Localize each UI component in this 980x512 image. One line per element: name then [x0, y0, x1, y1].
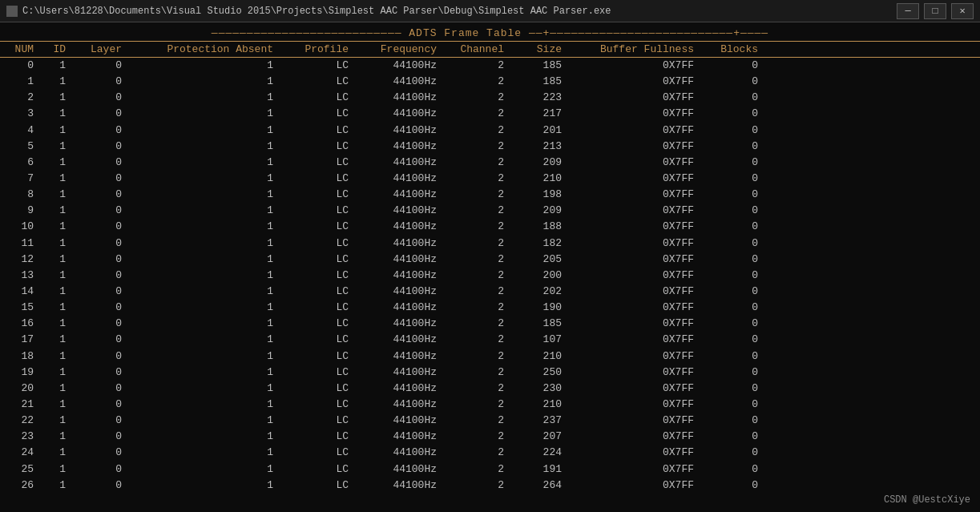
title-bar-controls[interactable]: — □ ✕ — [897, 3, 974, 19]
cell-profile: LC — [286, 123, 357, 139]
cell-channel: 2 — [445, 365, 515, 381]
cell-num: 1 — [0, 74, 42, 90]
cell-buffer: 0X7FF — [570, 462, 702, 478]
cell-id: 1 — [42, 252, 74, 268]
cell-num: 7 — [0, 171, 42, 187]
col-header-frequency: Frequency — [357, 43, 445, 55]
cell-size: 200 — [515, 268, 570, 284]
cell-profile: LC — [286, 349, 357, 365]
cell-frequency: 44100Hz — [357, 445, 445, 461]
cell-size: 185 — [515, 316, 570, 332]
cell-protection: 1 — [130, 397, 286, 413]
cell-id: 1 — [42, 155, 74, 171]
cell-blocks: 0 — [702, 74, 766, 90]
cell-num: 15 — [0, 300, 42, 316]
cell-profile: LC — [286, 58, 357, 74]
cell-buffer: 0X7FF — [570, 349, 702, 365]
cell-layer: 0 — [74, 90, 130, 106]
cell-id: 1 — [42, 478, 74, 494]
cell-size: 237 — [515, 413, 570, 429]
cell-blocks: 0 — [702, 236, 766, 252]
cell-blocks: 0 — [702, 268, 766, 284]
cell-profile: LC — [286, 187, 357, 203]
minimize-button[interactable]: — — [897, 3, 919, 19]
cell-id: 1 — [42, 332, 74, 348]
cell-channel: 2 — [445, 252, 515, 268]
cell-channel: 2 — [445, 300, 515, 316]
table-row: 26 1 0 1 LC 44100Hz 2 264 0X7FF 0 — [0, 478, 980, 494]
cell-layer: 0 — [74, 413, 130, 429]
cell-layer: 0 — [74, 445, 130, 461]
cell-size: 223 — [515, 90, 570, 106]
cell-num: 24 — [0, 445, 42, 461]
cell-num: 5 — [0, 139, 42, 155]
cell-frequency: 44100Hz — [357, 349, 445, 365]
cell-id: 1 — [42, 365, 74, 381]
cell-protection: 1 — [130, 90, 286, 106]
cell-frequency: 44100Hz — [357, 155, 445, 171]
cell-protection: 1 — [130, 365, 286, 381]
maximize-button[interactable]: □ — [924, 3, 946, 19]
cell-buffer: 0X7FF — [570, 284, 702, 300]
cell-profile: LC — [286, 332, 357, 348]
table-row: 6 1 0 1 LC 44100Hz 2 209 0X7FF 0 — [0, 155, 980, 171]
col-header-size: Size — [515, 43, 570, 55]
cell-layer: 0 — [74, 365, 130, 381]
cell-blocks: 0 — [702, 365, 766, 381]
cell-channel: 2 — [445, 139, 515, 155]
cell-channel: 2 — [445, 349, 515, 365]
cell-layer: 0 — [74, 203, 130, 219]
cell-protection: 1 — [130, 413, 286, 429]
cell-num: 25 — [0, 462, 42, 478]
cell-blocks: 0 — [702, 478, 766, 494]
cell-buffer: 0X7FF — [570, 429, 702, 445]
cell-num: 18 — [0, 349, 42, 365]
cell-layer: 0 — [74, 187, 130, 203]
cell-size: 210 — [515, 349, 570, 365]
cell-buffer: 0X7FF — [570, 478, 702, 494]
cell-layer: 0 — [74, 74, 130, 90]
cell-frequency: 44100Hz — [357, 316, 445, 332]
cell-channel: 2 — [445, 397, 515, 413]
cell-frequency: 44100Hz — [357, 90, 445, 106]
cell-size: 209 — [515, 155, 570, 171]
cell-blocks: 0 — [702, 381, 766, 397]
cell-num: 11 — [0, 236, 42, 252]
col-header-id: ID — [42, 43, 74, 55]
cell-size: 201 — [515, 123, 570, 139]
cell-channel: 2 — [445, 236, 515, 252]
table-row: 13 1 0 1 LC 44100Hz 2 200 0X7FF 0 — [0, 268, 980, 284]
cell-layer: 0 — [74, 300, 130, 316]
cell-frequency: 44100Hz — [357, 236, 445, 252]
cell-protection: 1 — [130, 462, 286, 478]
cell-buffer: 0X7FF — [570, 139, 702, 155]
cell-buffer: 0X7FF — [570, 236, 702, 252]
cell-id: 1 — [42, 429, 74, 445]
cell-size: 207 — [515, 429, 570, 445]
watermark: CSDN @UestcXiye — [884, 494, 970, 506]
cell-num: 2 — [0, 90, 42, 106]
table-row: 4 1 0 1 LC 44100Hz 2 201 0X7FF 0 — [0, 123, 980, 139]
cell-profile: LC — [286, 90, 357, 106]
cell-layer: 0 — [74, 397, 130, 413]
cell-protection: 1 — [130, 187, 286, 203]
cell-frequency: 44100Hz — [357, 381, 445, 397]
cell-id: 1 — [42, 349, 74, 365]
cell-buffer: 0X7FF — [570, 155, 702, 171]
cell-buffer: 0X7FF — [570, 106, 702, 122]
col-header-channel: Channel — [445, 43, 515, 55]
cell-frequency: 44100Hz — [357, 300, 445, 316]
cell-frequency: 44100Hz — [357, 462, 445, 478]
col-header-profile: Profile — [286, 43, 357, 55]
cell-channel: 2 — [445, 478, 515, 494]
cell-protection: 1 — [130, 268, 286, 284]
close-button[interactable]: ✕ — [951, 3, 974, 19]
cell-profile: LC — [286, 203, 357, 219]
cell-channel: 2 — [445, 413, 515, 429]
cell-channel: 2 — [445, 187, 515, 203]
cell-blocks: 0 — [702, 155, 766, 171]
cell-blocks: 0 — [702, 316, 766, 332]
window-title: C:\Users\81228\Documents\Visual Studio 2… — [22, 6, 611, 17]
cell-id: 1 — [42, 123, 74, 139]
cell-buffer: 0X7FF — [570, 58, 702, 74]
